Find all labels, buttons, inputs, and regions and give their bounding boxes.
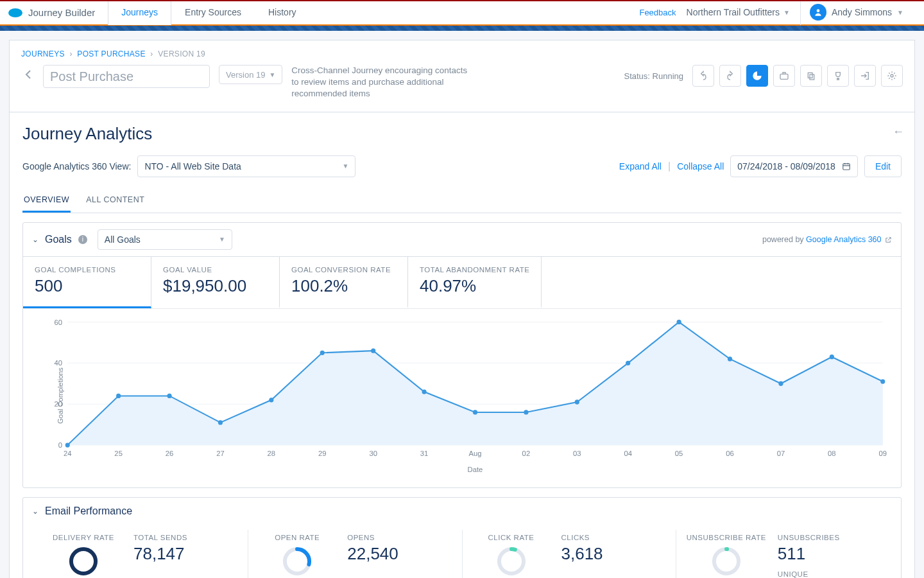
num-block: TOTAL SENDS 78,147 (133, 534, 187, 564)
org-switcher[interactable]: Northern Trail Outfitters ▼ (687, 7, 790, 17)
breadcrumb-post-purchase[interactable]: POST PURCHASE (77, 49, 145, 58)
undo-button[interactable] (692, 65, 714, 87)
ga360-link[interactable]: Google Analytics 360 (806, 235, 881, 244)
info-icon[interactable]: i (78, 235, 87, 244)
svg-point-55 (499, 549, 523, 574)
collapse-all-link[interactable]: Collapse All (677, 161, 724, 171)
gauge-label: CLICK RATE (473, 534, 550, 541)
back-button[interactable] (21, 65, 34, 84)
svg-point-26 (575, 399, 579, 404)
subtab-overview[interactable]: OVERVIEW (22, 189, 71, 213)
svg-rect-4 (808, 73, 812, 78)
redo-button[interactable] (719, 65, 741, 87)
num-value: 511 (778, 544, 840, 564)
svg-point-22 (371, 348, 375, 353)
goals-select[interactable]: All Goals ▼ (98, 229, 232, 250)
metric-label: GOAL CONVERSION RATE (291, 266, 396, 274)
gear-icon (887, 71, 897, 81)
nav-tab-journeys[interactable]: Journeys (108, 0, 171, 25)
line-chart-svg: 02040602425262728293031Aug02030405060708… (35, 315, 889, 476)
svg-point-25 (524, 410, 528, 414)
analytics-panel: ← Journey Analytics Google Analytics 360… (9, 112, 915, 578)
num-block: CLICKS 3,618 (561, 534, 603, 564)
feedback-link[interactable]: Feedback (639, 8, 676, 17)
date-range-picker[interactable]: 07/24/2018 - 08/09/2018 (730, 155, 858, 177)
org-name: Northern Trail Outfitters (687, 7, 780, 17)
num-value: 22,540 (347, 544, 398, 564)
exit-button[interactable] (854, 65, 876, 87)
metric-value: 100.2% (291, 276, 396, 296)
trophy-icon (833, 71, 843, 81)
svg-text:31: 31 (420, 449, 429, 457)
chevron-down-icon[interactable]: ⌄ (32, 507, 38, 516)
svg-rect-5 (810, 74, 814, 80)
svg-point-27 (626, 360, 630, 365)
ga-view-select[interactable]: NTO - All Web Site Data ▼ (137, 155, 355, 177)
metric-tab-goal-value[interactable]: GOAL VALUE $19,950.00 (151, 257, 280, 308)
gauge-label: DELIVERY RATE (45, 534, 122, 541)
divider: | (668, 161, 671, 172)
metric-value: 40.97% (420, 276, 529, 296)
metric-tab-conversion-rate[interactable]: GOAL CONVERSION RATE 100.2% (280, 257, 408, 308)
user-name: Andy Simmons (832, 7, 892, 17)
briefcase-icon (779, 71, 789, 81)
version-label: Version 19 (226, 70, 265, 80)
copy-button[interactable] (800, 65, 822, 87)
svg-point-32 (880, 379, 885, 383)
copy-icon (806, 71, 816, 81)
svg-point-23 (422, 389, 426, 394)
collapse-analytics-button[interactable]: ← (893, 125, 904, 139)
svg-text:30: 30 (369, 449, 377, 457)
svg-point-19 (218, 420, 223, 425)
analytics-subtabs: OVERVIEW ALL CONTENT (22, 189, 902, 213)
svg-text:Aug: Aug (468, 449, 481, 457)
svg-text:24: 24 (64, 449, 72, 457)
analytics-title: Journey Analytics (22, 124, 902, 144)
svg-point-52 (71, 549, 96, 574)
chevron-down-icon: ▼ (219, 236, 225, 243)
metric-tab-goal-completions[interactable]: GOAL COMPLETIONS 500 (23, 257, 151, 308)
email-title: Email Performance (45, 505, 132, 517)
exit-icon (860, 71, 870, 81)
svg-point-30 (778, 381, 783, 385)
metric-label: GOAL VALUE (163, 266, 268, 274)
goal-button[interactable] (827, 65, 849, 87)
svg-point-17 (116, 393, 121, 398)
email-metric-col: OPEN RATE OPENS 22,540 (248, 530, 462, 578)
num-block: UNSUBSCRIBES 511 UNIQUE (778, 534, 840, 578)
goals-select-value: All Goals (105, 234, 141, 245)
journey-name-input[interactable] (43, 65, 210, 88)
analytics-button[interactable] (746, 65, 768, 87)
journey-header: JOURNEYS › POST PURCHASE › VERSION 19 Ve… (9, 40, 915, 112)
svg-text:05: 05 (675, 449, 683, 457)
gauge-label: OPEN RATE (259, 534, 336, 541)
svg-point-24 (473, 410, 477, 414)
gauge-icon (270, 545, 324, 577)
subtab-all-content[interactable]: ALL CONTENT (85, 189, 146, 213)
nav-tab-entry-sources[interactable]: Entry Sources (171, 0, 255, 24)
svg-text:25: 25 (114, 449, 123, 457)
nav-tab-history[interactable]: History (255, 0, 310, 24)
person-icon (814, 8, 823, 17)
gauge-label: UNSUBSCRIBE RATE (687, 534, 766, 541)
svg-text:27: 27 (216, 449, 225, 457)
svg-text:Date: Date (468, 465, 483, 473)
salesforce-cloud-icon (8, 6, 23, 18)
user-menu[interactable]: Andy Simmons ▼ (800, 0, 912, 25)
powered-by: powered by Google Analytics 360 (762, 235, 892, 244)
settings-button[interactable] (881, 65, 903, 87)
svg-point-20 (269, 398, 273, 402)
expand-all-link[interactable]: Expand All (619, 161, 662, 171)
version-selector[interactable]: Version 19 ▼ (219, 65, 282, 84)
svg-point-28 (677, 319, 681, 324)
status: Status: Running (624, 71, 683, 81)
breadcrumb-journeys[interactable]: JOURNEYS (21, 49, 65, 58)
svg-text:08: 08 (828, 449, 836, 457)
test-button[interactable] (773, 65, 795, 87)
svg-point-16 (65, 442, 70, 447)
edit-button[interactable]: Edit (864, 155, 902, 177)
chevron-down-icon[interactable]: ⌄ (32, 235, 38, 244)
metric-tab-abandonment-rate[interactable]: TOTAL ABANDONMENT RATE 40.97% (408, 257, 542, 308)
svg-text:04: 04 (624, 449, 632, 457)
num-value: 78,147 (133, 544, 187, 564)
